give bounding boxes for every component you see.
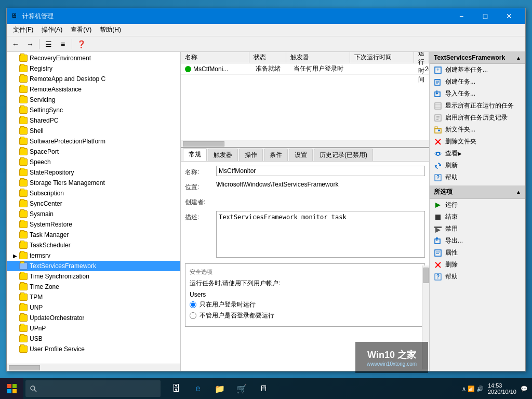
sidebar-item-11[interactable]: StateRepository <box>7 167 180 178</box>
sidebar-item-17[interactable]: Task Manager <box>7 230 180 240</box>
start-button[interactable] <box>0 378 23 399</box>
ops-properties[interactable]: 属性 <box>430 247 525 259</box>
folder-icon-13 <box>19 190 28 197</box>
task-hscroll-thumb[interactable] <box>183 141 224 147</box>
sidebar-item-15[interactable]: Sysmain <box>7 209 180 219</box>
ops-refresh[interactable]: 刷新 <box>430 159 525 171</box>
sidebar-item-14[interactable]: SyncCenter <box>7 198 180 209</box>
task-list-hscroll[interactable] <box>181 140 429 147</box>
sidebar-item-12[interactable]: Storage Tiers Management <box>7 178 180 188</box>
col-name[interactable]: 名称 <box>181 52 249 63</box>
tab-actions[interactable]: 操作 <box>239 149 263 161</box>
svg-point-23 <box>435 152 441 155</box>
sidebar-item-0[interactable]: RecoveryEnvironment <box>7 53 180 63</box>
sidebar-item-22[interactable]: Time Zone <box>7 282 180 292</box>
tab-settings[interactable]: 设置 <box>289 149 313 161</box>
sidebar-item-24[interactable]: UNP <box>7 302 180 313</box>
taskbar-store-btn[interactable]: 🛒 <box>232 379 251 398</box>
radio-always[interactable] <box>190 312 196 319</box>
view-list-button[interactable]: ☰ <box>42 38 55 50</box>
col-next-run[interactable]: 下次运行时间 <box>350 52 414 63</box>
folder-icon <box>19 55 28 62</box>
forward-button[interactable]: → <box>23 38 37 50</box>
sidebar-item-7[interactable]: Shell <box>7 126 180 136</box>
sidebar-item-label-8: SoftwareProtectionPlatform <box>30 138 105 145</box>
tab-general[interactable]: 常规 <box>183 148 207 161</box>
ops-enable-history[interactable]: 启用所有任务历史记录 <box>430 112 525 124</box>
sidebar-item-23[interactable]: TPM <box>7 292 180 302</box>
ops-create-task[interactable]: 创建任务... <box>430 76 525 88</box>
sidebar-item-18[interactable]: TaskScheduler <box>7 240 180 250</box>
search-icon <box>30 385 37 392</box>
detail-vscroll-thumb[interactable] <box>423 268 429 283</box>
taskbar-ie-btn[interactable]: e <box>189 379 207 398</box>
ops-end[interactable]: 结束 <box>430 211 525 223</box>
expand-arrow <box>11 54 19 62</box>
sidebar-item-9[interactable]: SpacePort <box>7 147 180 157</box>
ops-disable[interactable]: 禁用 <box>430 223 525 235</box>
sidebar-item-8[interactable]: SoftwareProtectionPlatform <box>7 136 180 147</box>
ops-section-2-label: 所选项 <box>434 188 453 196</box>
col-last-run[interactable]: 上次运行时间 <box>414 52 429 63</box>
sidebar-item-2[interactable]: RemoteApp and Desktop C <box>7 74 180 84</box>
ops-view[interactable]: 查看 ▶ <box>430 148 525 159</box>
menu-view[interactable]: 查看(V) <box>66 24 96 35</box>
sidebar-scrollbar[interactable] <box>7 364 180 371</box>
menu-action[interactable]: 操作(A) <box>37 24 66 35</box>
tab-conditions[interactable]: 条件 <box>264 149 288 161</box>
ops-collapse-2[interactable]: ▲ <box>516 189 521 195</box>
maximize-button[interactable]: □ <box>473 8 497 24</box>
task-row-0[interactable]: MsCtfMoni... 准备就绪 当任何用户登录时 2020/10/10 14… <box>181 63 429 75</box>
taskbar-view-btn[interactable]: 🗄 <box>167 379 185 398</box>
ops-export-label: 导出... <box>445 236 463 245</box>
ops-export[interactable]: 导出... <box>430 235 525 247</box>
ops-delete-folder[interactable]: 删除文件夹 <box>430 136 525 148</box>
ops-section-1-title: TextServicesFramework ▲ <box>430 52 525 64</box>
sidebar-item-5[interactable]: SettingSync <box>7 105 180 115</box>
sidebar-item-4[interactable]: Servicing <box>7 95 180 105</box>
taskbar-app-btn[interactable]: 🖥 <box>254 379 273 398</box>
sidebar-item-25[interactable]: UpdateOrchestrator <box>7 313 180 323</box>
help-button[interactable]: ❓ <box>74 38 88 50</box>
close-button[interactable]: ✕ <box>497 8 521 24</box>
taskbar-folder-btn[interactable]: 📁 <box>210 379 229 398</box>
sidebar-item-10[interactable]: Speech <box>7 157 180 167</box>
tab-triggers[interactable]: 触发器 <box>208 149 238 161</box>
col-trigger[interactable]: 触发器 <box>286 52 350 63</box>
sidebar-item-3[interactable]: RemoteAssistance <box>7 84 180 95</box>
sidebar-item-28[interactable]: User Profile Service <box>7 344 180 354</box>
sidebar-item-13[interactable]: Subscription <box>7 188 180 198</box>
sidebar-item-27[interactable]: USB <box>7 334 180 344</box>
sidebar-item-20[interactable]: TextServicesFramework <box>7 261 180 271</box>
taskbar-notification[interactable]: 💬 <box>521 385 528 392</box>
sidebar-item-1[interactable]: Registry <box>7 63 180 74</box>
ops-create-basic[interactable]: + 创建基本任务... <box>430 64 525 76</box>
menu-file[interactable]: 文件(F) <box>9 24 37 35</box>
description-textarea[interactable] <box>216 211 425 258</box>
minimize-button[interactable]: − <box>449 8 473 24</box>
menu-help[interactable]: 帮助(H) <box>96 24 125 35</box>
radio-login[interactable] <box>190 301 196 308</box>
sidebar-scroll-thumb[interactable] <box>9 365 40 370</box>
back-button[interactable]: ← <box>9 38 22 50</box>
sidebar-item-19[interactable]: ▶ termsrv <box>7 250 180 261</box>
sidebar-tree[interactable]: RecoveryEnvironment Registry RemoteApp a… <box>7 52 180 364</box>
view-detail-button[interactable]: ≡ <box>56 38 70 50</box>
taskbar-search[interactable] <box>25 380 161 397</box>
col-status[interactable]: 状态 <box>249 52 286 63</box>
tab-history[interactable]: 历史记录(已禁用) <box>314 149 373 161</box>
ops-help-2[interactable]: ? 帮助 <box>430 271 525 283</box>
ops-show-running[interactable]: 显示所有正在运行的任务 <box>430 100 525 112</box>
sidebar-item-6[interactable]: SharedPC <box>7 115 180 126</box>
ops-run[interactable]: 运行 <box>430 199 525 211</box>
ops-import-task[interactable]: 导入任务... <box>430 88 525 100</box>
ops-collapse-1[interactable]: ▲ <box>516 55 521 61</box>
ops-new-folder[interactable]: 新文件夹... <box>430 124 525 136</box>
ops-help-1[interactable]: ? 帮助 <box>430 171 525 183</box>
sidebar-item-26[interactable]: UPnP <box>7 323 180 334</box>
sidebar-item-16[interactable]: SystemRestore <box>7 219 180 230</box>
sidebar-item-21[interactable]: Time Synchronization <box>7 271 180 282</box>
svg-point-43 <box>31 386 35 390</box>
name-input[interactable] <box>216 166 425 176</box>
ops-delete[interactable]: 删除 <box>430 259 525 271</box>
